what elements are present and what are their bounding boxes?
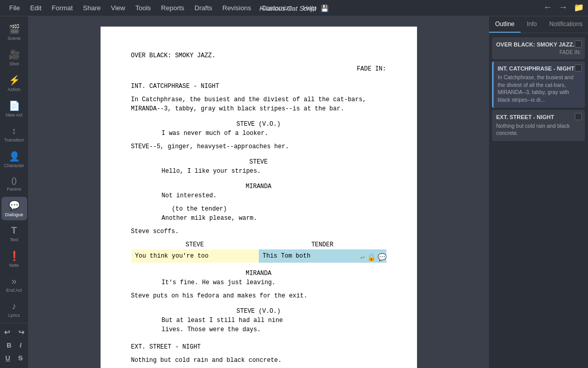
right-panel-tabs: Outline Info Notifications – [489, 16, 588, 33]
redo-icon[interactable]: ↪ [15, 327, 28, 338]
note-icon: ❗ [9, 250, 20, 262]
sidebar-label-dialogue: Dialogue [5, 212, 23, 217]
menu-file[interactable]: File [4, 2, 25, 14]
scene1-action4: Steve puts on his fedora and makes for t… [131, 291, 386, 301]
underline-btn[interactable]: U [2, 353, 13, 363]
outline-card-2[interactable]: INT. CATCHPHRASE - NIGHT In Catchphrase,… [492, 61, 585, 108]
text-icon: T [11, 225, 17, 236]
sidebar-label-action: Action [8, 87, 20, 92]
folder-icon[interactable]: 📁 [574, 3, 584, 12]
sidebar-item-end-act[interactable]: » End Act [2, 273, 27, 296]
sidebar-item-new-act[interactable]: 📄 New Act [2, 97, 27, 121]
outline-card-2-checkbox[interactable] [575, 64, 582, 72]
dual-left-col: STEVE You think you're too [131, 240, 259, 263]
dual-char1: STEVE [131, 240, 259, 249]
steve-vo2-char: STEVE (V.O.) [131, 307, 386, 316]
dual-menu-icon[interactable]: 💬 [378, 252, 386, 263]
scene1-heading: INT. CATCHPHRASE - NIGHT [131, 82, 386, 91]
sidebar-label-scene: Scene [8, 36, 21, 41]
sidebar-item-parens[interactable]: () Parens [2, 173, 27, 195]
parens-icon: () [11, 176, 17, 186]
dual-lock-icon[interactable]: 🔒 [367, 252, 376, 263]
download-icon[interactable]: ↓ [4, 365, 13, 368]
title-bar: Hilarious Cat Script 💾 [259, 0, 328, 16]
dual-text1[interactable]: You think you're too [131, 249, 259, 263]
menu-bar: File Edit Format Share View Tools Report… [0, 0, 588, 16]
dual-char2: TENDER [259, 240, 386, 249]
sidebar-label-lyrics: Lyrics [8, 313, 20, 318]
scene2-action: Nothing but cold rain and black concrete… [131, 356, 386, 365]
sidebar-item-lyrics[interactable]: ♪ Lyrics [2, 298, 27, 321]
sidebar-item-scene[interactable]: 🎬 Scene [2, 20, 27, 44]
tab-outline[interactable]: Outline [489, 16, 521, 33]
outline-card-3-text: Nothing but cold rain and black concrete… [496, 122, 581, 137]
dual-undo-icon[interactable]: ↩ [360, 252, 364, 263]
tab-info[interactable]: Info [521, 16, 543, 33]
left-sidebar: 🎬 Scene 🎥 Shot ⚡ Action 📄 New Act ↕ Tran… [0, 16, 29, 368]
undo-icon[interactable]: ↩ [1, 327, 13, 338]
steve-vo1-line: I was never much of a looker. [162, 129, 356, 138]
outline-card-2-text: In Catchphrase, the busiest and the divi… [498, 74, 581, 104]
main-layout: 🎬 Scene 🎥 Shot ⚡ Action 📄 New Act ↕ Tran… [0, 16, 588, 368]
menu-drafts[interactable]: Drafts [189, 2, 217, 14]
right-panel: Outline Info Notifications – OVER BLACK:… [488, 16, 588, 368]
scene2-heading: EXT. STREET - NIGHT [131, 342, 386, 352]
menu-reports[interactable]: Reports [156, 2, 190, 14]
dialogue-icon: 💬 [9, 200, 20, 211]
transition-icon: ↕ [12, 126, 16, 136]
italic-btn[interactable]: I [16, 340, 24, 351]
outline-card-1[interactable]: OVER BLACK: SMOKY JAZZ. FADE IN: [492, 37, 585, 59]
sidebar-item-character[interactable]: 👤 Character [2, 148, 27, 171]
sidebar-label-end-act: End Act [6, 288, 22, 293]
dual-action-icons: ↩ 🔒 💬 [360, 250, 386, 263]
script-title: Hilarious Cat Script [259, 5, 316, 12]
sidebar-item-shot[interactable]: 🎥 Shot [2, 46, 27, 70]
sidebar-item-dialogue[interactable]: 💬 Dialogue [2, 197, 27, 220]
sidebar-item-transition[interactable]: ↕ Transition [2, 123, 27, 146]
lyrics-icon: ♪ [12, 301, 16, 312]
sidebar-label-text: Text [10, 237, 18, 242]
end-act-icon: » [11, 276, 16, 287]
over-black: OVER BLACK: SMOKY JAZZ. [131, 51, 386, 60]
action-icon: ⚡ [9, 75, 20, 86]
outline-card-1-checkbox[interactable] [575, 40, 582, 48]
sidebar-label-parens: Parens [7, 187, 21, 192]
tab-notifications[interactable]: Notifications [543, 16, 588, 33]
outline-card-3-checkbox[interactable] [575, 113, 582, 120]
scene-icon: 🎬 [9, 24, 20, 35]
sidebar-label-character: Character [4, 163, 24, 168]
menu-format[interactable]: Format [46, 2, 78, 14]
menu-revisions[interactable]: Revisions [217, 2, 256, 14]
sidebar-item-action[interactable]: ⚡ Action [2, 72, 27, 95]
outline-card-2-title: INT. CATCHPHRASE - NIGHT [498, 65, 581, 72]
menu-share[interactable]: Share [78, 2, 106, 14]
miranda1-line1: Not interested. [162, 191, 356, 200]
sidebar-label-shot: Shot [9, 61, 19, 66]
forward-icon[interactable]: → [558, 2, 568, 13]
steve1-char: STEVE [131, 157, 386, 167]
script-container[interactable]: OVER BLACK: SMOKY JAZZ. FADE IN: INT. CA… [29, 16, 488, 368]
miranda1-paren: (to the tender) [172, 204, 346, 214]
bold-btn[interactable]: B [4, 340, 14, 351]
menu-view[interactable]: View [106, 2, 130, 14]
scene1-action3: Steve scoffs. [131, 227, 386, 236]
upload-icon[interactable]: ↑ [15, 365, 25, 368]
save-icon[interactable]: 💾 [321, 5, 329, 12]
sidebar-label-transition: Transition [4, 137, 24, 143]
outline-card-3[interactable]: EXT. STREET - NIGHT Nothing but cold rai… [492, 110, 585, 141]
sidebar-item-note[interactable]: ❗ Note [2, 247, 27, 271]
outline-card-3-title: EXT. STREET - NIGHT [496, 114, 581, 120]
steve-vo1-char: STEVE (V.O.) [131, 120, 386, 129]
back-icon[interactable]: ← [543, 2, 552, 13]
sidebar-item-text[interactable]: T Text [2, 222, 27, 245]
miranda1-line2: Another milk please, warm. [162, 214, 356, 223]
strikethrough-btn[interactable]: S [15, 353, 26, 363]
sidebar-label-new-act: New Act [6, 112, 22, 118]
menu-edit[interactable]: Edit [25, 2, 46, 14]
steve1-line: Hello, I like your stripes. [162, 167, 356, 176]
outline-content: OVER BLACK: SMOKY JAZZ. FADE IN: INT. CA… [489, 33, 588, 368]
menu-tools[interactable]: Tools [130, 2, 156, 14]
fade-in: FADE IN: [131, 64, 386, 74]
miranda2-char: MIRANDA [131, 269, 386, 278]
miranda2-line: It's fine. He was just leaving. [162, 278, 356, 287]
